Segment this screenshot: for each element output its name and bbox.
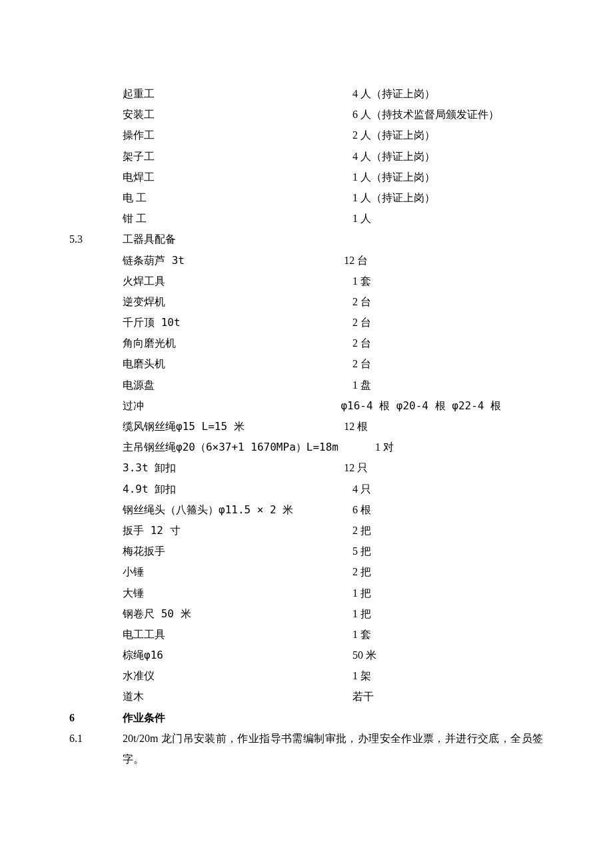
item-value: 1 把 (352, 603, 371, 624)
item-value: 1 人（持证上岗） (352, 167, 435, 187)
item-label: 梅花扳手 (123, 541, 352, 561)
section-number: 6 (69, 707, 123, 728)
tool-row: 水准仪 1 架 (69, 665, 573, 686)
item-label: 电工工具 (123, 624, 352, 645)
section-number: 6.1 (69, 728, 123, 769)
tool-row: 梅花扳手 5 把 (69, 541, 573, 561)
personnel-row: 电焊工 1 人（持证上岗） (69, 167, 573, 187)
item-value: 12 根 (352, 416, 368, 437)
tool-row: 主吊钢丝绳φ20（6×37+1 1670MPa）L=18m 1 对 (69, 437, 573, 457)
section-title: 工器具配备 (123, 229, 352, 249)
item-label: 安装工 (123, 104, 352, 125)
item-value: 1 把 (352, 583, 371, 603)
item-value: 1 人（持证上岗） (352, 187, 435, 208)
item-value: 2 把 (352, 520, 371, 541)
item-label: 钢丝绳头（八箍头）φ11.5 × 2 米 (123, 499, 332, 520)
item-value: 6 根 (332, 499, 371, 520)
tool-row: 3.3t 卸扣 12 只 (69, 457, 573, 478)
item-value: φ16-4 根 φ20-4 根 φ22-4 根 (352, 395, 501, 416)
item-label: 架子工 (123, 146, 352, 167)
item-value: 1 人 (352, 208, 371, 229)
item-value: 12 台 (352, 250, 368, 271)
tool-row: 大锤 1 把 (69, 583, 573, 603)
item-label: 电源盘 (123, 375, 352, 395)
tool-row: 角向磨光机 2 台 (69, 333, 573, 353)
item-value: 2 台 (352, 312, 371, 333)
item-label: 火焊工具 (123, 271, 352, 291)
personnel-row: 安装工 6 人（持技术监督局颁发证件） (69, 104, 573, 125)
tool-row: 火焊工具 1 套 (69, 271, 573, 291)
item-label: 扳手 12 寸 (123, 520, 352, 541)
personnel-row: 操作工 2 人（持证上岗） (69, 125, 573, 145)
item-label: 钳 工 (123, 208, 352, 229)
section-heading: 5.3 工器具配备 (69, 229, 573, 249)
item-value: 1 套 (352, 624, 371, 645)
item-label: 过冲 (123, 395, 352, 416)
item-value: 50 米 (352, 645, 376, 665)
item-value: 12 只 (352, 457, 368, 478)
tool-row: 电工工具 1 套 (69, 624, 573, 645)
item-label: 起重工 (123, 83, 352, 104)
item-label: 电磨头机 (123, 353, 352, 374)
item-label: 电 工 (123, 187, 352, 208)
personnel-row: 电 工 1 人（持证上岗） (69, 187, 573, 208)
item-label: 链条葫芦 3t (123, 250, 352, 271)
document-page: 起重工 4 人（持证上岗） 安装工 6 人（持技术监督局颁发证件） 操作工 2 … (0, 0, 613, 868)
item-label: 缆风钢丝绳φ15 L=15 米 (123, 416, 352, 437)
tool-row: 道木 若干 (69, 686, 573, 707)
item-value: 若干 (352, 686, 374, 707)
item-value: 2 人（持证上岗） (352, 125, 435, 145)
item-label: 操作工 (123, 125, 352, 145)
tool-row: 电磨头机 2 台 (69, 353, 573, 374)
section-number: 5.3 (69, 229, 123, 249)
tool-row: 棕绳φ16 50 米 (69, 645, 573, 665)
item-value: 5 把 (352, 541, 371, 561)
item-label: 大锤 (123, 583, 352, 603)
item-label: 电焊工 (123, 167, 352, 187)
personnel-row: 架子工 4 人（持证上岗） (69, 146, 573, 167)
item-label: 钢卷尺 50 米 (123, 603, 352, 624)
item-label: 角向磨光机 (123, 333, 352, 353)
tool-row: 链条葫芦 3t 12 台 (69, 250, 573, 271)
item-value: 1 盘 (352, 375, 371, 395)
item-value: 2 台 (352, 291, 371, 312)
tool-row: 缆风钢丝绳φ15 L=15 米 12 根 (69, 416, 573, 437)
tool-row: 扳手 12 寸 2 把 (69, 520, 573, 541)
item-value: 1 架 (352, 665, 371, 686)
tool-row: 4.9t 卸扣 4 只 (69, 479, 573, 499)
item-value: 1 对 (352, 437, 394, 457)
section-heading: 6 作业条件 (69, 707, 573, 728)
item-label: 4.9t 卸扣 (123, 479, 352, 499)
item-value: 1 套 (352, 271, 371, 291)
section-paragraph: 6.1 20t/20m 龙门吊安装前，作业指导书需编制审批，办理安全作业票，并进… (69, 728, 573, 769)
item-label: 千斤顶 10t (123, 312, 352, 333)
item-value: 2 台 (352, 353, 371, 374)
item-label: 道木 (123, 686, 352, 707)
item-value: 4 人（持证上岗） (352, 146, 435, 167)
item-label: 棕绳φ16 (123, 645, 352, 665)
item-value: 2 台 (352, 333, 371, 353)
item-value: 6 人（持技术监督局颁发证件） (352, 104, 499, 125)
item-label: 小锤 (123, 561, 352, 582)
tool-row: 钢丝绳头（八箍头）φ11.5 × 2 米 6 根 (69, 499, 573, 520)
item-value: 2 把 (352, 561, 371, 582)
tool-row: 钢卷尺 50 米 1 把 (69, 603, 573, 624)
tool-row: 电源盘 1 盘 (69, 375, 573, 395)
item-value: 4 人（持证上岗） (352, 83, 435, 104)
tool-row: 过冲 φ16-4 根 φ20-4 根 φ22-4 根 (69, 395, 573, 416)
tool-row: 小锤 2 把 (69, 561, 573, 582)
personnel-row: 钳 工 1 人 (69, 208, 573, 229)
item-value: 4 只 (352, 479, 371, 499)
section-title: 作业条件 (123, 707, 352, 728)
item-label: 3.3t 卸扣 (123, 457, 352, 478)
item-label: 主吊钢丝绳φ20（6×37+1 1670MPa）L=18m (123, 437, 352, 457)
personnel-row: 起重工 4 人（持证上岗） (69, 83, 573, 104)
tool-row: 千斤顶 10t 2 台 (69, 312, 573, 333)
tool-row: 逆变焊机 2 台 (69, 291, 573, 312)
item-label: 水准仪 (123, 665, 352, 686)
item-label: 逆变焊机 (123, 291, 352, 312)
paragraph-body: 20t/20m 龙门吊安装前，作业指导书需编制审批，办理安全作业票，并进行交底，… (123, 728, 573, 769)
